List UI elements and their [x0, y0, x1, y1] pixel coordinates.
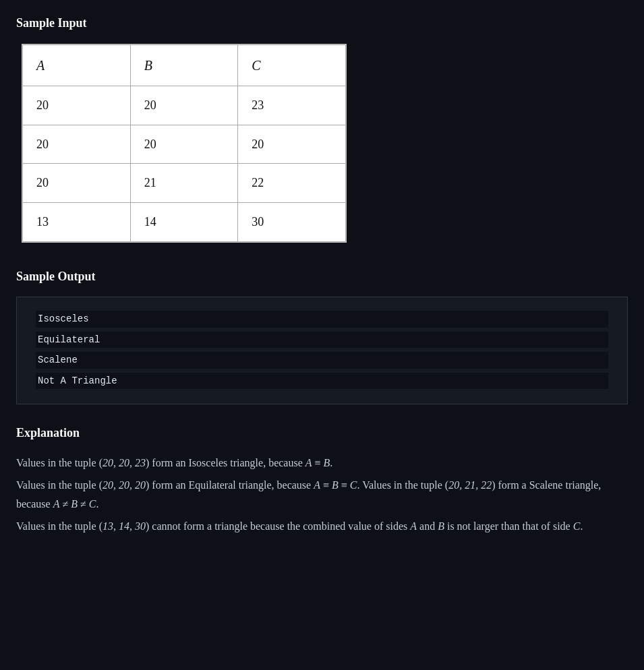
- output-lines-wrapper: IsoscelesEquilateralScaleneNot A Triangl…: [36, 311, 608, 390]
- explanation-section: Explanation Values in the tuple (20, 20,…: [16, 423, 628, 537]
- cell-2-1: 21: [130, 164, 238, 203]
- sample-output-section: Sample Output IsoscelesEquilateralScalen…: [16, 267, 628, 404]
- explanation-para-2: Values in the tuple (13, 14, 30) cannot …: [16, 517, 628, 537]
- cell-3-2: 30: [238, 203, 346, 242]
- input-table-container: A B C 202023202020202122131430: [22, 44, 347, 243]
- sample-input-title: Sample Input: [16, 13, 628, 33]
- table-row: 131430: [23, 203, 346, 242]
- output-box: IsoscelesEquilateralScaleneNot A Triangl…: [16, 297, 628, 404]
- table-body: 202023202020202122131430: [23, 86, 346, 241]
- cell-2-2: 22: [238, 164, 346, 203]
- cell-1-0: 20: [23, 125, 131, 164]
- cell-0-1: 20: [130, 86, 238, 125]
- cell-3-1: 14: [130, 203, 238, 242]
- cell-3-0: 13: [23, 203, 131, 242]
- table-row: 202020: [23, 125, 346, 164]
- output-line-2: Scalene: [36, 352, 608, 368]
- output-line-3: Not A Triangle: [36, 373, 608, 389]
- explanation-paragraphs: Values in the tuple (20, 20, 23) form an…: [16, 454, 628, 537]
- header-row: A B C: [23, 44, 346, 86]
- input-table: A B C 202023202020202122131430: [22, 44, 346, 242]
- cell-0-2: 23: [238, 86, 346, 125]
- explanation-para-0: Values in the tuple (20, 20, 23) form an…: [16, 454, 628, 473]
- sample-input-section: Sample Input A B C 202023202020202122131…: [16, 13, 628, 267]
- cell-1-2: 20: [238, 125, 346, 164]
- explanation-title: Explanation: [16, 423, 628, 443]
- col-header-a: A: [23, 44, 131, 86]
- col-header-b: B: [130, 44, 238, 86]
- table-row: 202122: [23, 164, 346, 203]
- cell-2-0: 20: [23, 164, 131, 203]
- col-header-c: C: [238, 44, 346, 86]
- table-row: 202023: [23, 86, 346, 125]
- output-line-0: Isosceles: [36, 311, 608, 327]
- cell-0-0: 20: [23, 86, 131, 125]
- table-header: A B C: [23, 44, 346, 86]
- cell-1-1: 20: [130, 125, 238, 164]
- sample-output-title: Sample Output: [16, 267, 628, 286]
- explanation-para-1: Values in the tuple (20, 20, 20) form an…: [16, 476, 628, 515]
- output-line-1: Equilateral: [36, 332, 608, 348]
